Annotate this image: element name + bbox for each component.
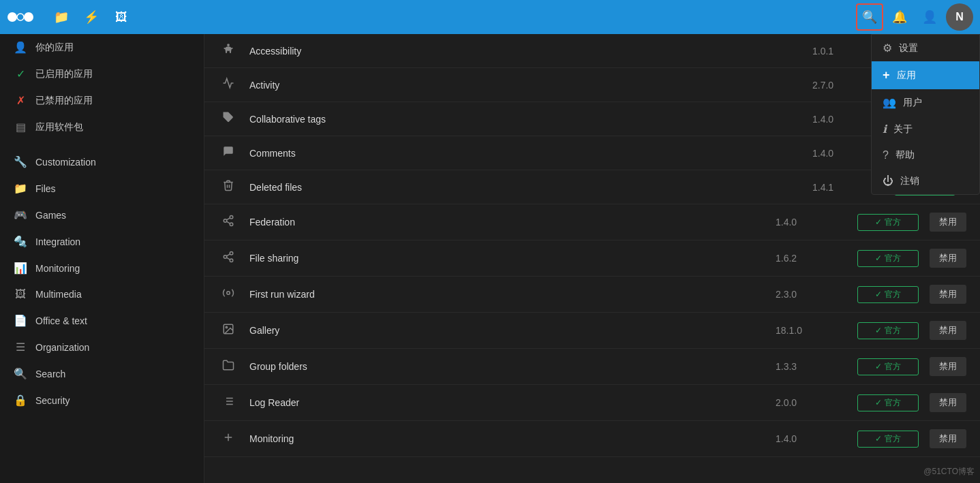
topnav: 📁 ⚡ 🖼 🔍 🔔 👤 N ⚙ 设置 + 应用 👥 用户 ℹ 关于 ? 帮助 bbox=[0, 0, 980, 34]
settings-icon: ⚙ bbox=[883, 42, 892, 54]
app-actions: 禁用 bbox=[930, 285, 966, 304]
sidebar: 👤 你的应用 ✓ 已启用的应用 ✗ 已禁用的应用 ▤ 应用软件包 🔧 Custo… bbox=[0, 34, 204, 483]
app-actions: 禁用 bbox=[930, 357, 966, 376]
cross-icon: ✗ bbox=[14, 94, 27, 107]
disable-button[interactable]: 禁用 bbox=[930, 213, 966, 232]
svg-point-5 bbox=[230, 215, 233, 219]
badge-check-icon: ✓ bbox=[875, 326, 882, 335]
badge-label: 官方 bbox=[885, 433, 901, 445]
svg-point-1 bbox=[17, 14, 24, 20]
badge-label: 官方 bbox=[885, 361, 901, 373]
app-icon bbox=[218, 111, 239, 127]
apps-content: Accessibility 1.0.1 ✓ 官方 Activity 2.7.0 … bbox=[204, 34, 980, 483]
app-actions: 禁用 bbox=[930, 393, 966, 412]
dropdown-item-apps[interactable]: + 应用 bbox=[872, 61, 979, 89]
app-version: 1.4.0 bbox=[776, 433, 857, 444]
logo[interactable] bbox=[7, 9, 34, 25]
app-official-badge: ✓ 官方 bbox=[857, 214, 919, 231]
sidebar-item-monitoring[interactable]: 📊 Monitoring bbox=[0, 255, 204, 281]
sidebar-item-files[interactable]: 📁 Files bbox=[0, 175, 204, 202]
table-row: Activity 2.7.0 ✓ 官方 bbox=[204, 68, 980, 102]
app-version: 2.3.0 bbox=[776, 289, 857, 300]
dropdown-item-about[interactable]: ℹ 关于 bbox=[872, 116, 979, 142]
svg-line-13 bbox=[226, 258, 230, 260]
app-version: 18.1.0 bbox=[776, 325, 857, 336]
app-icon bbox=[218, 395, 239, 411]
disable-button[interactable]: 禁用 bbox=[930, 285, 966, 304]
watermark: @51CTO博客 bbox=[923, 466, 975, 478]
files-nav-icon[interactable]: 📁 bbox=[48, 3, 75, 31]
svg-point-10 bbox=[230, 251, 233, 255]
app-version: 1.6.2 bbox=[776, 253, 857, 264]
disable-button[interactable]: 禁用 bbox=[930, 429, 966, 448]
table-row: Federation 1.4.0 ✓ 官方 禁用 bbox=[204, 204, 980, 240]
sidebar-item-disabled-apps[interactable]: ✗ 已禁用的应用 bbox=[0, 87, 204, 114]
svg-point-17 bbox=[226, 326, 227, 328]
sidebar-item-enabled-apps[interactable]: ✓ 已启用的应用 bbox=[0, 61, 204, 87]
disable-button[interactable]: 禁用 bbox=[930, 393, 966, 412]
dropdown-item-help[interactable]: ? 帮助 bbox=[872, 142, 979, 168]
avatar-button[interactable]: N bbox=[946, 3, 973, 31]
badge-check-icon: ✓ bbox=[875, 434, 882, 443]
sidebar-item-your-apps[interactable]: 👤 你的应用 bbox=[0, 34, 204, 61]
dropdown-item-settings[interactable]: ⚙ 设置 bbox=[872, 35, 979, 61]
app-name: Group folders bbox=[249, 361, 776, 372]
table-row: Gallery 18.1.0 ✓ 官方 禁用 bbox=[204, 313, 980, 349]
app-name: Accessibility bbox=[249, 46, 812, 57]
table-row: Collaborative tags 1.4.0 ✓ 官方 bbox=[204, 102, 980, 136]
app-actions: 禁用 bbox=[930, 321, 966, 340]
sidebar-item-office-text[interactable]: 📄 Office & text bbox=[0, 307, 204, 334]
sidebar-item-organization[interactable]: ☰ Organization bbox=[0, 334, 204, 360]
app-icon bbox=[218, 287, 239, 302]
topnav-right: 🔍 🔔 👤 N bbox=[856, 3, 973, 31]
topnav-app-icons: 📁 ⚡ 🖼 bbox=[48, 3, 135, 31]
search-sidebar-icon: 🔍 bbox=[14, 367, 27, 380]
sidebar-item-games[interactable]: 🎮 Games bbox=[0, 202, 204, 228]
svg-point-12 bbox=[230, 259, 233, 262]
contacts-button[interactable]: 👤 bbox=[916, 3, 943, 31]
svg-line-9 bbox=[226, 217, 230, 219]
app-official-badge: ✓ 官方 bbox=[857, 358, 919, 375]
help-icon: ? bbox=[883, 149, 889, 161]
badge-check-icon: ✓ bbox=[875, 362, 882, 371]
app-name: First run wizard bbox=[249, 289, 776, 300]
app-icon bbox=[218, 323, 239, 339]
app-official-badge: ✓ 官方 bbox=[857, 394, 919, 411]
sidebar-item-integration[interactable]: 🔩 Integration bbox=[0, 228, 204, 255]
sidebar-item-multimedia[interactable]: 🖼 Multimedia bbox=[0, 281, 204, 307]
app-name: Gallery bbox=[249, 325, 776, 336]
disable-button[interactable]: 禁用 bbox=[930, 357, 966, 376]
app-official-badge: ✓ 官方 bbox=[857, 431, 919, 448]
app-icon bbox=[218, 359, 239, 375]
table-row: Log Reader 2.0.0 ✓ 官方 禁用 bbox=[204, 385, 980, 421]
sidebar-item-customization[interactable]: 🔧 Customization bbox=[0, 149, 204, 175]
gallery-nav-icon[interactable]: 🖼 bbox=[108, 3, 135, 31]
app-official-badge: ✓ 官方 bbox=[857, 286, 919, 303]
sidebar-item-security[interactable]: 🔒 Security bbox=[0, 387, 204, 414]
svg-point-6 bbox=[224, 219, 227, 222]
plus-icon: + bbox=[883, 68, 890, 82]
search-button[interactable]: 🔍 bbox=[856, 3, 883, 31]
svg-point-7 bbox=[230, 223, 233, 226]
app-icon bbox=[218, 145, 239, 161]
badge-check-icon: ✓ bbox=[875, 253, 882, 263]
disable-button[interactable]: 禁用 bbox=[930, 321, 966, 340]
person-icon: 👤 bbox=[14, 41, 27, 54]
svg-point-3 bbox=[227, 44, 230, 46]
notifications-button[interactable]: 🔔 bbox=[886, 3, 913, 31]
games-icon: 🎮 bbox=[14, 208, 27, 221]
app-version: 2.0.0 bbox=[776, 397, 857, 408]
dropdown-item-logout[interactable]: ⏻ 注销 bbox=[872, 168, 979, 194]
disable-button[interactable]: 禁用 bbox=[930, 249, 966, 268]
app-icon bbox=[218, 77, 239, 93]
app-official-badge: ✓ 官方 bbox=[857, 250, 919, 267]
activity-nav-icon[interactable]: ⚡ bbox=[78, 3, 105, 31]
power-icon: ⏻ bbox=[883, 175, 893, 187]
badge-check-icon: ✓ bbox=[875, 290, 882, 299]
sidebar-item-search[interactable]: 🔍 Search bbox=[0, 360, 204, 387]
multimedia-icon: 🖼 bbox=[14, 288, 27, 300]
dropdown-item-users[interactable]: 👥 用户 bbox=[872, 89, 979, 116]
sidebar-item-app-packages[interactable]: ▤ 应用软件包 bbox=[0, 114, 204, 140]
main-layout: 👤 你的应用 ✓ 已启用的应用 ✗ 已禁用的应用 ▤ 应用软件包 🔧 Custo… bbox=[0, 34, 980, 483]
monitoring-icon: 📊 bbox=[14, 262, 27, 275]
